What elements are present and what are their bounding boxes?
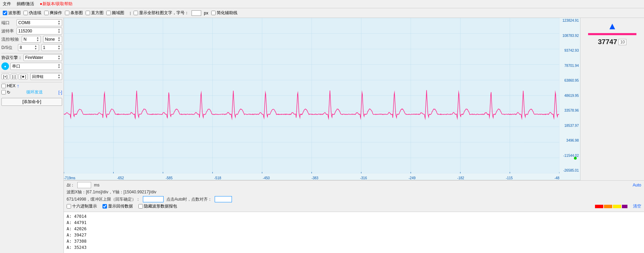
x-axis-label: -450 [263,176,270,180]
menu-new-version[interactable]: ●新版本/获取帮助 [40,1,72,7]
font-size-input[interactable]: 12 [192,10,201,16]
wave-area[interactable]: 123824.91108783.9293742.9378701.9463860.… [64,18,580,180]
toolbar-rect[interactable]: 直方图 [86,10,104,16]
protocol-spin[interactable]: ▲▼ [58,55,60,60]
port-value: COM8 [18,20,57,25]
loop-minus-btn[interactable]: [-] [58,90,62,95]
ds-8-spin[interactable]: ▲▼ [35,45,37,50]
simplify-checkbox[interactable] [211,11,216,15]
star-button[interactable]: [★] [19,74,28,80]
clear-button[interactable]: 清空 [633,203,641,209]
bottom-controls: Δt： 1 ms Auto 波图X轴：[67.1ms]/div，Y轴：[1504… [64,180,644,212]
flow-none-control[interactable]: None ▲▼ [43,36,62,43]
flow-row: 流控/校验 N ▲▼ None ▲▼ [1,36,62,43]
toolbar-bar[interactable]: 条形图 [65,10,83,16]
data-log-line: A: 47014 [67,213,641,220]
freq-checkbox[interactable] [106,11,111,15]
fake-connect-checkbox[interactable] [23,11,28,15]
y-axis-label: 108783.92 [559,34,580,38]
data-log[interactable]: A: 47014A: 44791A: 42026A: 39427A: 37308… [64,212,644,253]
y-axis-label: 63860.95 [559,79,580,82]
flow-label: 流控/校验 [1,37,19,42]
data-log-line: A: 35243 [67,244,641,251]
refresh-checkbox[interactable] [1,90,6,94]
protocol-control[interactable]: FireWater ▲▼ [23,54,62,61]
baud-spin-down[interactable]: ▼ [58,31,60,34]
current-value: 37747 [598,38,617,46]
menu-file[interactable]: 文件 [3,1,11,7]
bar-value: 10 [618,39,626,45]
show-reply-checkbox[interactable] [103,204,107,209]
show-reply-label[interactable]: 显示回传数据 [103,203,133,209]
baud-spin[interactable]: ▲ ▼ [58,28,60,34]
y-axis-label: 123824.91 [559,19,580,22]
ds-1-control[interactable]: 1 ▲▼ [41,44,62,51]
hide-wave-label[interactable]: 隐藏波形数据报包 [138,203,177,209]
fake-connect-label: 伪连续 [29,10,41,16]
flow-none-spin[interactable]: ▲▼ [58,37,60,42]
hex-display-text: 十六进制显示 [72,203,97,209]
loop-send-label[interactable]: 循环发送 [26,89,43,95]
show-all-checkbox[interactable] [134,11,138,15]
toolbar-show-all[interactable]: 显示全部柱图文字，字号： [134,10,189,16]
bounce-spin[interactable]: ▲▼ [58,74,60,79]
right-area: 123824.91108783.9293742.9378701.9463860.… [64,18,644,253]
left-panel: 端口 COM8 ▲ ▼ 波特率 115200 ▲ ▼ 流控/校验 [0,18,64,253]
baud-value: 115200 [18,29,57,33]
menu-bar: 文件 捐赠/激活 ●新版本/获取帮助 [0,0,644,8]
baud-row: 波特率 115200 ▲ ▼ [1,28,62,34]
protocol-label: 协议引擎： [1,55,22,61]
ds-8-control[interactable]: 8 ▲▼ [18,44,39,51]
flow-n-control[interactable]: N ▲▼ [22,36,41,43]
ds-1-spin[interactable]: ▲▼ [58,45,60,50]
flow-n-spin[interactable]: ▲▼ [36,37,39,42]
rect-checkbox[interactable] [86,11,90,15]
baud-control[interactable]: 115200 ▲ ▼ [17,28,62,34]
hex-display-checkbox[interactable] [67,204,71,209]
serial-spin[interactable]: ▲▼ [58,63,60,69]
hide-wave-text: 隐藏波形数据报包 [144,203,177,209]
hex-checkbox[interactable] [1,84,6,88]
add-command-button[interactable]: [添加命令] [1,98,62,106]
auto-button[interactable]: Auto [633,183,641,188]
options-row: 十六进制显示 显示回传数据 隐藏波形数据报包 清空 [67,203,641,209]
waveform-checkbox[interactable] [3,11,7,15]
bounce-control[interactable]: 回弹钮 ▲▼ [30,73,62,80]
serial-select[interactable]: 串口 ▲▼ [10,63,62,70]
port-spin-down[interactable]: ▼ [58,23,60,26]
auto-align-input[interactable]: 100 [215,196,232,202]
refresh-checkbox-label[interactable]: ↻ [1,90,10,95]
minus-button[interactable]: [-] [11,74,18,79]
data-log-line: A: 42026 [67,226,641,232]
toolbar-fake-connect[interactable]: 伪连续 [23,10,41,16]
hex-checkbox-label[interactable]: HEX [1,83,16,88]
toolbar-simplify[interactable]: 简化辅助线 [211,10,237,16]
port-control[interactable]: COM8 ▲ ▼ [17,19,62,26]
cool-op-checkbox[interactable] [44,11,49,15]
delta-t-input[interactable]: 1 [77,182,91,188]
button-row: [+] [-] [★] 回弹钮 ▲▼ [1,73,62,80]
toolbar-waveform[interactable]: 波形图 [3,10,21,16]
ms-label: ms [94,183,99,188]
hex-display-label[interactable]: 十六进制显示 [67,203,97,209]
axis-info-row: 波图X轴：[67.1ms]/div，Y轴：[15040.99217]/div [67,189,641,195]
wave-container: 123824.91108783.9293742.9378701.9463860.… [64,18,644,180]
ds-8-value: 8 [20,45,34,50]
data-log-line: A: 37308 [67,238,641,244]
y-axis-label: 78701.94 [559,64,580,68]
toolbar-cool-op[interactable]: 爽操作 [44,10,62,16]
buffer-input[interactable]: 15000 [143,196,164,202]
y-axis-label: 33578.96 [559,109,580,112]
loop-row: ↻ 循环发送 [-] [1,89,62,95]
bar-checkbox[interactable] [65,11,69,15]
plus-button[interactable]: [+] [1,74,9,79]
show-all-label: 显示全部柱图文字，字号： [139,10,189,16]
connect-button[interactable]: ● [1,62,9,70]
x-axis-label: -652 [117,176,124,180]
hide-wave-checkbox[interactable] [138,204,143,209]
toolbar-freq[interactable]: 频域图 [106,10,124,16]
waveform-label: 波形图 [8,10,21,16]
y-axis: 123824.91108783.9293742.9378701.9463860.… [559,18,580,173]
port-spin[interactable]: ▲ ▼ [58,20,60,26]
menu-donate[interactable]: 捐赠/激活 [17,1,34,7]
